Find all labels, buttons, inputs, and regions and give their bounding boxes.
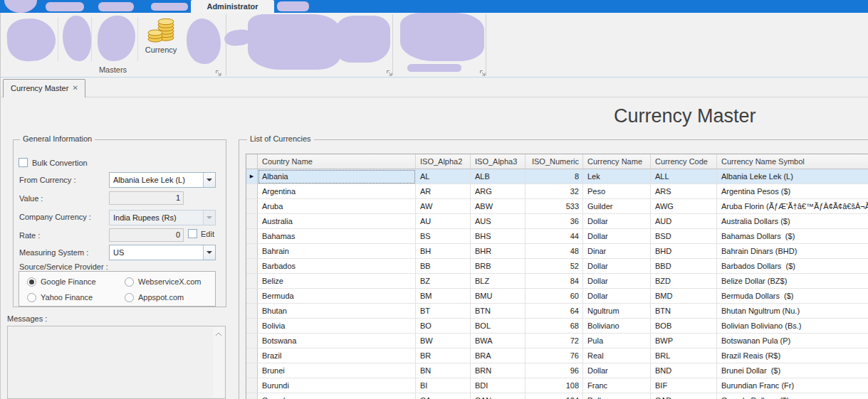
grid-cell[interactable]: BB	[416, 259, 471, 274]
radio-google-finance[interactable]	[27, 277, 36, 287]
grid-cell[interactable]: Lek	[583, 169, 651, 184]
redacted-button[interactable]	[98, 16, 135, 61]
grid-cell[interactable]: BRB	[471, 259, 525, 274]
grid-cell[interactable]: Dollar	[583, 393, 651, 399]
grid-row[interactable]: CanadaCACAN124DollarCADCanada Dollars ($…	[246, 393, 868, 399]
row-indicator[interactable]: ▶	[246, 169, 258, 184]
grid-cell[interactable]: Botswanan Pula (P)	[717, 334, 868, 349]
radio-appspot[interactable]	[125, 293, 134, 302]
grid-cell[interactable]: AU	[416, 214, 471, 229]
grid-row[interactable]: BahrainBHBHR48DinarBHDBahrain Dinars (BH…	[246, 244, 868, 259]
grid-cell[interactable]: ARG	[471, 184, 525, 199]
grid-cell[interactable]: BO	[416, 319, 471, 334]
grid-cell[interactable]: Belize Dollar (BZ$)	[717, 274, 868, 289]
redacted-tab[interactable]	[46, 2, 84, 11]
redacted-tab[interactable]	[151, 3, 188, 11]
grid-cell[interactable]: Brunei Dollar ($)	[717, 363, 868, 378]
dropdown-button[interactable]	[203, 245, 215, 260]
grid-cell[interactable]: AUS	[471, 214, 525, 229]
column-header[interactable]: Currency Name	[583, 154, 651, 169]
grid-cell[interactable]: AUD	[651, 214, 717, 229]
messages-textarea[interactable]	[7, 326, 226, 399]
grid-row[interactable]: BoliviaBOBOL68BolivianoBOBBolivian Boliv…	[246, 319, 868, 334]
grid-cell[interactable]: Aruba	[258, 199, 416, 214]
grid-cell[interactable]: Australia Dollars ($)	[717, 214, 868, 229]
grid-row[interactable]: ArubaAWABW533GuilderAWGAruba Florin (ÃƒÆ…	[246, 199, 868, 214]
grid-cell[interactable]: BHS	[471, 229, 525, 244]
grid-cell[interactable]: BTN	[651, 304, 717, 319]
grid-cell[interactable]: 52	[525, 259, 583, 274]
grid-cell[interactable]: BHD	[651, 244, 717, 259]
redacted-button[interactable]	[6, 17, 56, 62]
grid-cell[interactable]: 533	[525, 199, 583, 214]
grid-cell[interactable]: Bahrain Dinars (BHD)	[717, 244, 868, 259]
grid-cell[interactable]: BWA	[471, 334, 525, 349]
redacted-tab[interactable]	[277, 1, 309, 11]
grid-cell[interactable]: AR	[416, 184, 471, 199]
grid-cell[interactable]: 44	[525, 229, 583, 244]
redacted-button[interactable]	[187, 18, 221, 64]
grid-cell[interactable]: 84	[525, 274, 583, 289]
tab-currency-master[interactable]: Currency Master ✕	[3, 79, 85, 97]
grid-cell[interactable]: BWP	[651, 334, 717, 349]
grid-cell[interactable]: 64	[525, 304, 583, 319]
row-indicator[interactable]	[246, 393, 258, 399]
measuring-system-dropdown[interactable]: US	[109, 245, 216, 260]
row-indicator[interactable]	[246, 319, 258, 334]
grid-cell[interactable]: Bhutan	[258, 304, 416, 319]
row-indicator[interactable]	[246, 214, 258, 229]
grid-cell[interactable]: 8	[525, 169, 583, 184]
grid-cell[interactable]: 108	[525, 378, 583, 393]
grid-cell[interactable]: Bolivia	[258, 319, 416, 334]
grid-cell[interactable]: Brunei	[258, 363, 416, 378]
grid-cell[interactable]: ABW	[471, 199, 525, 214]
grid-cell[interactable]: AWG	[651, 199, 717, 214]
grid-cell[interactable]: Dollar	[583, 214, 651, 229]
grid-cell[interactable]: BLZ	[471, 274, 525, 289]
app-menu-orb-redacted[interactable]	[4, 0, 37, 13]
grid-cell[interactable]: Argentina	[258, 184, 416, 199]
bulk-convertion-label[interactable]: Bulk Convertion	[32, 159, 88, 167]
grid-cell[interactable]: 76	[525, 349, 583, 363]
grid-cell[interactable]: Albania Leke Lek (L)	[717, 169, 868, 184]
grid-row[interactable]: BotswanaBWBWA72PulaBWPBotswanan Pula (P)	[246, 334, 868, 349]
grid-cell[interactable]: BOB	[651, 319, 717, 334]
grid-cell[interactable]: BTN	[471, 304, 525, 319]
grid-cell[interactable]: Argentina Pesos ($)	[717, 184, 868, 199]
redacted-tab[interactable]	[98, 2, 134, 11]
column-header[interactable]: Currency Name Symbol	[717, 154, 868, 169]
grid-cell[interactable]: 36	[525, 214, 583, 229]
grid-cell[interactable]: Dollar	[583, 363, 651, 378]
row-indicator[interactable]	[246, 244, 258, 259]
grid-cell[interactable]: Brazil Reais (R$)	[717, 349, 868, 363]
edit-checkbox[interactable]	[188, 229, 197, 238]
grid-cell[interactable]: BZD	[651, 274, 717, 289]
row-indicator[interactable]	[246, 274, 258, 289]
tab-administrator[interactable]: Administrator	[191, 0, 274, 13]
grid-cell[interactable]: BMD	[651, 289, 717, 304]
dialog-launcher-icon[interactable]	[479, 67, 486, 74]
grid-cell[interactable]: BS	[416, 229, 471, 244]
edit-label[interactable]: Edit	[201, 230, 214, 238]
grid-cell[interactable]: BMU	[471, 289, 525, 304]
grid-cell[interactable]: BM	[416, 289, 471, 304]
grid-row[interactable]: ▶AlbaniaALALB8LekALLAlbania Leke Lek (L)	[246, 169, 868, 184]
grid-cell[interactable]: AW	[416, 199, 471, 214]
grid-cell[interactable]: 96	[525, 363, 583, 378]
row-indicator[interactable]	[246, 363, 258, 378]
dialog-launcher-icon[interactable]	[386, 67, 393, 74]
radio-yahoo-finance-label[interactable]: Yahoo Finance	[41, 293, 93, 302]
grid-row[interactable]: BrazilBRBRA76RealBRLBrazil Reais (R$)	[246, 349, 868, 363]
grid-cell[interactable]: BR	[416, 349, 471, 363]
radio-webservicex-label[interactable]: WebserviceX.com	[138, 277, 201, 286]
row-indicator[interactable]	[246, 304, 258, 319]
grid-cell[interactable]: Dollar	[583, 289, 651, 304]
column-header[interactable]: ISO_Alpha3	[471, 154, 525, 169]
grid-cell[interactable]: Bolivian Boliviano (Bs.)	[717, 319, 868, 334]
row-indicator[interactable]	[246, 184, 258, 199]
column-header[interactable]: ISO_Numeric	[525, 154, 583, 169]
grid-cell[interactable]: 124	[525, 393, 583, 399]
grid-cell[interactable]: ALL	[651, 169, 717, 184]
grid-cell[interactable]: BH	[416, 244, 471, 259]
grid-cell[interactable]: BRA	[471, 349, 525, 363]
